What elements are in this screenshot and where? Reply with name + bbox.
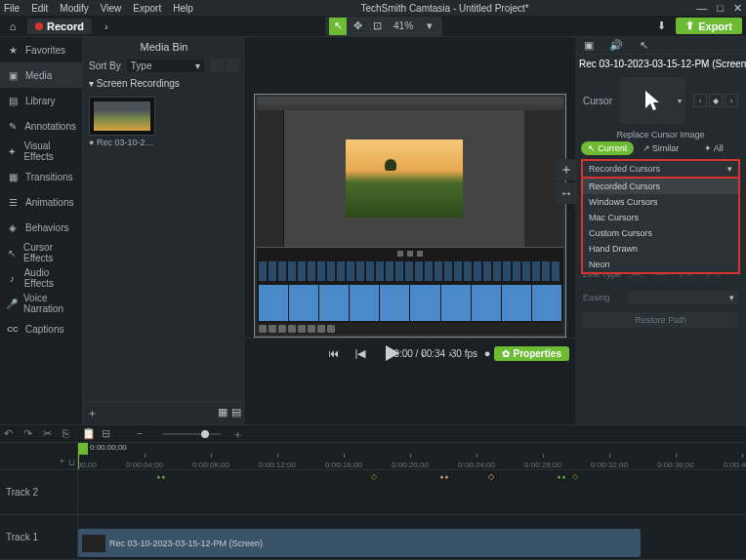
step-back-button[interactable]: |◀	[352, 344, 369, 362]
sidebar-item-favorites[interactable]: ★Favorites	[0, 37, 82, 62]
easing-select[interactable]: ▾	[628, 291, 738, 304]
paste-button[interactable]: 📋	[82, 427, 96, 441]
maximize-icon[interactable]: □	[717, 2, 724, 15]
bin-view2-icon[interactable]: ▤	[231, 406, 241, 420]
media-bin-title: Media Bin	[83, 37, 245, 57]
marker-icon[interactable]: ⬧⬧	[439, 472, 449, 481]
add-track-button[interactable]: ＋	[58, 455, 66, 467]
sidebar-item-animations[interactable]: ☰Animations	[0, 189, 82, 215]
sort-select[interactable]: Type▾	[127, 60, 204, 72]
dropdown-option[interactable]: Mac Cursors	[583, 210, 738, 225]
track-1-row[interactable]: Rec 03-10-2023-03-15-12-PM (Screen)	[78, 515, 746, 560]
sidebar-item-annotations[interactable]: ✎Annotations	[0, 113, 82, 139]
download-icon[interactable]: ⬇	[652, 18, 670, 35]
zoom-out-icon[interactable]: −	[137, 427, 150, 441]
swap-cursor-button[interactable]: ↔	[556, 182, 577, 204]
replace-cursor-title: Replace Cursor Image	[575, 128, 746, 141]
properties-button[interactable]: ✿ Properties	[494, 346, 569, 361]
menu-modify[interactable]: Modify	[60, 3, 88, 14]
resize-vertical-icon[interactable]: ↕	[742, 175, 746, 194]
copy-button[interactable]: ⎘	[62, 427, 76, 441]
zoom-in-icon[interactable]: ＋	[232, 427, 246, 441]
playhead[interactable]: 0:00:00;00	[78, 443, 127, 455]
dropdown-option[interactable]: Hand Drawn	[583, 241, 738, 257]
dropdown-option[interactable]: Windows Cursors	[583, 194, 738, 210]
bin-section-header[interactable]: ▾ Screen Recordings	[83, 74, 245, 93]
cursor-preview[interactable]: ▾	[620, 77, 685, 124]
cursor-next-button[interactable]: ›	[725, 94, 738, 107]
undo-button[interactable]: ↶	[4, 427, 18, 441]
canvas-preview[interactable]	[254, 94, 566, 338]
zoom-level[interactable]: 41%	[388, 20, 419, 32]
cursor-preview-dropdown-icon[interactable]: ▾	[678, 97, 682, 105]
sidebar-item-behaviors[interactable]: ◈Behaviors	[0, 215, 82, 240]
properties-panel: ▣ 🔊 ↖ Rec 03-10-2023-03-15-12-PM (Screen…	[575, 37, 746, 424]
marker-icon[interactable]: ◇	[572, 472, 578, 481]
timeline-zoom-slider[interactable]	[162, 433, 221, 435]
sidebar-item-visual-effects[interactable]: ✦Visual Effects	[0, 139, 82, 164]
add-media-button[interactable]: ＋	[87, 406, 98, 420]
menu-file[interactable]: File	[4, 3, 20, 14]
marker-icon[interactable]: ◇	[488, 472, 494, 481]
close-icon[interactable]: ✕	[733, 2, 742, 15]
export-button[interactable]: ⬆ Export	[676, 18, 742, 34]
track-1-header[interactable]: Track 1	[0, 515, 77, 560]
marker-icon[interactable]: ⬧⬧	[557, 472, 566, 481]
record-dropdown-icon[interactable]: ›	[98, 18, 115, 35]
redo-button[interactable]: ↷	[23, 427, 37, 441]
window-title: TechSmith Camtasia - Untitled Project*	[193, 3, 697, 14]
dropdown-option[interactable]: Neon	[583, 257, 738, 272]
magnet-icon[interactable]: ⊔	[68, 458, 75, 467]
bin-view1-icon[interactable]: ▦	[218, 406, 228, 420]
sidebar-item-cursor-effects[interactable]: ↖Cursor Effects	[0, 240, 82, 265]
cursor-prev-button[interactable]: ‹	[693, 94, 707, 107]
sidebar-item-voice-narration[interactable]: 🎤Voice Narration	[0, 291, 82, 316]
dropdown-option[interactable]: Custom Cursors	[583, 225, 738, 241]
playback-fps[interactable]: 30 fps	[451, 348, 477, 359]
timeline-clip[interactable]: Rec 03-10-2023-03-15-12-PM (Screen)	[78, 529, 641, 557]
crop-tool-icon[interactable]: ⊡	[368, 18, 386, 35]
cursor-tab-all[interactable]: ✦All	[687, 141, 740, 155]
media-clip-thumbnail[interactable]: ● Rec 03-10-2023-0...	[89, 97, 155, 147]
pan-tool-icon[interactable]: ✥	[349, 18, 366, 35]
playhead-time: 0:00:00;00	[90, 443, 127, 452]
props-tab-cursor[interactable]: ↖	[630, 37, 657, 54]
track-2-header[interactable]: Track 2	[0, 470, 77, 515]
marker-icon[interactable]: ◇	[371, 472, 377, 481]
home-icon[interactable]: ⌂	[4, 18, 21, 35]
zoom-dropdown-icon[interactable]: ▾	[421, 18, 438, 35]
cc-icon: CC	[6, 325, 20, 334]
prev-frame-button[interactable]: ⏮	[324, 344, 342, 362]
view-list-icon[interactable]	[210, 59, 224, 72]
cursor-category-select[interactable]: Recorded Cursors▾	[581, 159, 740, 179]
menu-view[interactable]: View	[101, 3, 122, 14]
menu-help[interactable]: Help	[173, 3, 193, 14]
track-2-row[interactable]: ⬧⬧ ◇ ⬧⬧ ◇ ⬧⬧ ◇	[78, 470, 746, 515]
sidebar-item-transitions[interactable]: ▦Transitions	[0, 164, 82, 189]
menu-edit[interactable]: Edit	[31, 3, 48, 14]
cursor-tab-similar[interactable]: ↗Similar	[634, 141, 686, 155]
timeline-ruler[interactable]: 0:00:00;00 0:00:00;000:00:04;000:00:08;0…	[78, 443, 746, 470]
minimize-icon[interactable]: —	[696, 2, 707, 15]
canvas-area[interactable]: ⏮ |◀ ‹ › ● 00:00 / 00:34 30 fps ✿ Proper…	[245, 37, 575, 424]
menu-export[interactable]: Export	[133, 3, 161, 14]
cursor-index-button[interactable]: ◆	[709, 94, 723, 107]
sidebar-item-captions[interactable]: CCCaptions	[0, 316, 82, 341]
sidebar-item-library[interactable]: ▤Library	[0, 88, 82, 113]
select-tool-icon[interactable]: ↖	[329, 18, 347, 35]
record-button[interactable]: Record	[27, 19, 92, 34]
cut-button[interactable]: ✂	[43, 427, 57, 441]
sidebar-item-media[interactable]: ▣Media	[0, 62, 82, 88]
props-tab-video[interactable]: ▣	[575, 37, 602, 54]
props-tab-audio[interactable]: 🔊	[602, 37, 630, 54]
dropdown-option[interactable]: Recorded Cursors	[583, 179, 738, 194]
split-button[interactable]: ⊟	[102, 427, 115, 441]
marker-icon[interactable]: ⬧⬧	[156, 472, 166, 481]
view-grid-icon[interactable]	[226, 59, 239, 72]
add-cursor-button[interactable]: ＋	[556, 159, 577, 180]
sidebar-item-audio-effects[interactable]: ♪Audio Effects	[0, 265, 82, 291]
cursor-tab-current[interactable]: ↖Current	[581, 141, 634, 155]
clip-thumbnail	[82, 535, 105, 552]
media-bin: Media Bin Sort By Type▾ ▾ Screen Recordi…	[83, 37, 245, 424]
restore-path-button[interactable]: Restore Path	[583, 312, 738, 328]
